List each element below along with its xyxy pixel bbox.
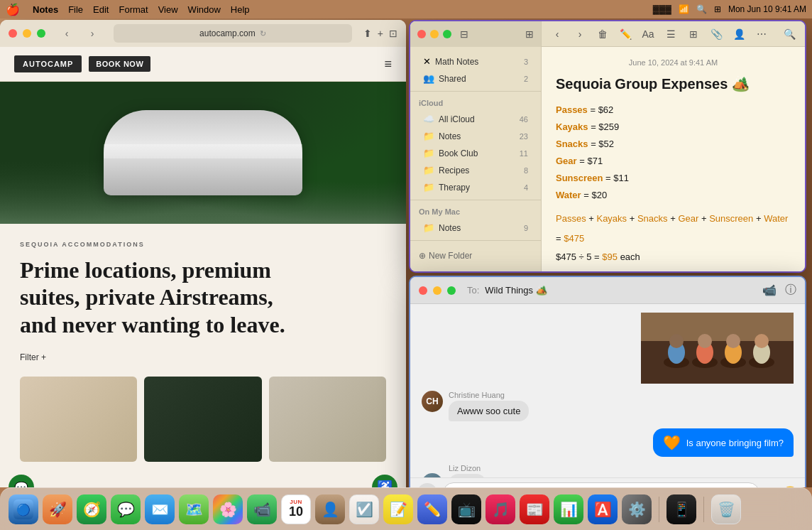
messages-close-button[interactable] bbox=[419, 286, 427, 295]
info-icon[interactable]: ⓘ bbox=[785, 283, 796, 298]
reload-icon[interactable]: ↻ bbox=[260, 29, 266, 38]
property-grid bbox=[20, 377, 386, 462]
dock-trash[interactable]: 🗑️ bbox=[711, 494, 741, 524]
new-folder-button[interactable]: ⊕ New Folder bbox=[410, 245, 541, 266]
notes-content[interactable]: June 10, 2024 at 9:41 AM Sequoia Group E… bbox=[542, 47, 805, 271]
shared-item[interactable]: 👥 Shared 2 bbox=[415, 70, 537, 87]
message-input[interactable] bbox=[443, 482, 759, 488]
new-note-button[interactable]: ✏️ bbox=[617, 26, 634, 43]
window-menu[interactable]: Window bbox=[188, 4, 221, 15]
messages-window: To: Wild Things 🏕️ 📹 ⓘ bbox=[409, 276, 806, 487]
film-message: 🧡 Is anyone bringing film? bbox=[422, 428, 794, 457]
search-notes-button[interactable]: 🔍 bbox=[781, 26, 798, 43]
font-size-button[interactable]: Aa bbox=[640, 26, 657, 43]
dock-freeform[interactable]: ✏️ bbox=[417, 494, 447, 524]
hamburger-menu[interactable]: ≡ bbox=[384, 57, 392, 72]
control-center-icon[interactable]: ⊞ bbox=[714, 4, 721, 14]
note-title: Sequoia Group Expenses 🏕️ bbox=[556, 75, 791, 92]
recipes-item[interactable]: 📁 Recipes 8 bbox=[415, 162, 537, 178]
close-button[interactable] bbox=[9, 29, 17, 38]
grid-view-toggle[interactable]: ⊞ bbox=[525, 28, 534, 40]
dock-appstore[interactable]: 🅰️ bbox=[588, 494, 618, 524]
nav-forward-button[interactable]: › bbox=[571, 26, 588, 43]
app-name-menu[interactable]: Notes bbox=[33, 4, 58, 15]
messages-minimize-button[interactable] bbox=[433, 286, 441, 295]
dock-reminders[interactable]: ☑️ bbox=[349, 494, 379, 524]
file-menu[interactable]: File bbox=[68, 4, 83, 15]
dock-photos[interactable]: 🌸 bbox=[213, 494, 243, 524]
dock-facetime[interactable]: 📹 bbox=[247, 494, 277, 524]
desktop: ‹ › autocamp.com ↻ ⬆ + ⊡ AUTOCAMP BOOK N… bbox=[0, 18, 812, 487]
dock-music[interactable]: 🎵 bbox=[485, 494, 515, 524]
format-menu[interactable]: Format bbox=[119, 4, 148, 15]
share-icon[interactable]: ⬆ bbox=[363, 28, 372, 39]
local-notes-count: 9 bbox=[524, 224, 528, 232]
apple-menu[interactable]: 🍎 bbox=[6, 3, 20, 16]
back-button[interactable]: ‹ bbox=[57, 26, 77, 41]
dock-separator-2 bbox=[703, 497, 704, 522]
dock-contacts[interactable]: 👤 bbox=[315, 494, 345, 524]
christine-bubble: Awww soo cute bbox=[449, 401, 529, 421]
delete-note-button[interactable]: 🗑 bbox=[594, 26, 611, 43]
new-tab-icon[interactable]: + bbox=[378, 28, 383, 39]
dock-syspref[interactable]: ⚙️ bbox=[622, 494, 652, 524]
property-card-2[interactable] bbox=[144, 377, 261, 462]
dock-iphone[interactable]: 📱 bbox=[666, 494, 696, 524]
forward-button[interactable]: › bbox=[82, 26, 102, 41]
table-button[interactable]: ⊞ bbox=[685, 26, 702, 43]
search-icon[interactable]: 🔍 bbox=[696, 4, 707, 14]
minimize-button[interactable] bbox=[23, 29, 31, 38]
dock-finder[interactable]: 🔵 bbox=[9, 494, 38, 524]
dock-news[interactable]: 📰 bbox=[520, 494, 549, 524]
notes-maximize-button[interactable] bbox=[443, 30, 451, 38]
dock-launchpad[interactable]: 🚀 bbox=[43, 494, 72, 524]
dock-maps[interactable]: 🗺️ bbox=[179, 494, 209, 524]
math-notes-item[interactable]: ✕ Math Notes 3 bbox=[415, 53, 537, 70]
christine-name: Christine Huang bbox=[449, 391, 529, 399]
all-icloud-label: All iCloud bbox=[439, 114, 515, 124]
dock-safari[interactable]: 🧭 bbox=[77, 494, 106, 524]
messages-titlebar: To: Wild Things 🏕️ 📹 ⓘ bbox=[410, 277, 805, 304]
notes-window: ⊟ ⊞ ✕ Math Notes 3 👥 Shared 2 iCloud bbox=[409, 20, 806, 273]
dock-messages[interactable]: 💬 bbox=[111, 494, 141, 524]
sidebar-toggle[interactable]: ⊟ bbox=[460, 28, 468, 40]
checklist-button[interactable]: ☰ bbox=[662, 26, 679, 43]
share-button[interactable]: 👤 bbox=[730, 26, 747, 43]
category-label: SEQUOIA ACCOMMODATIONS bbox=[20, 241, 386, 248]
local-notes-item[interactable]: 📁 Notes 9 bbox=[415, 220, 537, 236]
edit-menu[interactable]: Edit bbox=[93, 4, 109, 15]
attachment-button[interactable]: 📎 bbox=[708, 26, 725, 43]
dock-numbers[interactable]: 📊 bbox=[554, 494, 583, 524]
therapy-item[interactable]: 📁 Therapy 4 bbox=[415, 179, 537, 195]
address-bar[interactable]: autocamp.com ↻ bbox=[114, 24, 352, 43]
site-header: AUTOCAMP BOOK NOW ≡ bbox=[0, 47, 406, 82]
therapy-icon: 📁 bbox=[423, 182, 434, 193]
book-club-label: Book Club bbox=[439, 148, 515, 158]
notes-folder-item[interactable]: 📁 Notes 23 bbox=[415, 128, 537, 144]
filter-button[interactable]: Filter + bbox=[20, 352, 46, 362]
nav-back-button[interactable]: ‹ bbox=[549, 26, 566, 43]
maximize-button[interactable] bbox=[37, 29, 45, 38]
book-club-item[interactable]: 📁 Book Club 11 bbox=[415, 145, 537, 161]
book-now-button[interactable]: BOOK NOW bbox=[89, 56, 150, 72]
shared-icon: 👥 bbox=[423, 73, 434, 84]
notes-close-button[interactable] bbox=[417, 30, 426, 38]
dock-notes[interactable]: 📝 bbox=[383, 494, 413, 524]
video-call-icon[interactable]: 📹 bbox=[762, 283, 777, 297]
shared-count: 2 bbox=[524, 75, 528, 83]
more-button[interactable]: ⋯ bbox=[753, 26, 770, 43]
notes-minimize-button[interactable] bbox=[430, 30, 439, 38]
property-card-3[interactable] bbox=[269, 377, 386, 462]
dock-mail[interactable]: ✉️ bbox=[145, 494, 175, 524]
dock-calendar[interactable]: JUN 10 bbox=[281, 494, 311, 524]
math-notes-count: 3 bbox=[524, 58, 528, 66]
messages-maximize-button[interactable] bbox=[447, 286, 456, 295]
note-date: June 10, 2024 at 9:41 AM bbox=[556, 58, 791, 67]
all-icloud-item[interactable]: ☁️ All iCloud 46 bbox=[415, 111, 537, 127]
reading-list-icon[interactable]: ⊡ bbox=[389, 28, 397, 39]
dock-tv[interactable]: 📺 bbox=[451, 494, 481, 524]
property-card-1[interactable] bbox=[20, 377, 137, 462]
notes-folder-count: 23 bbox=[520, 132, 528, 141]
help-menu[interactable]: Help bbox=[231, 4, 250, 15]
view-menu[interactable]: View bbox=[158, 4, 178, 15]
